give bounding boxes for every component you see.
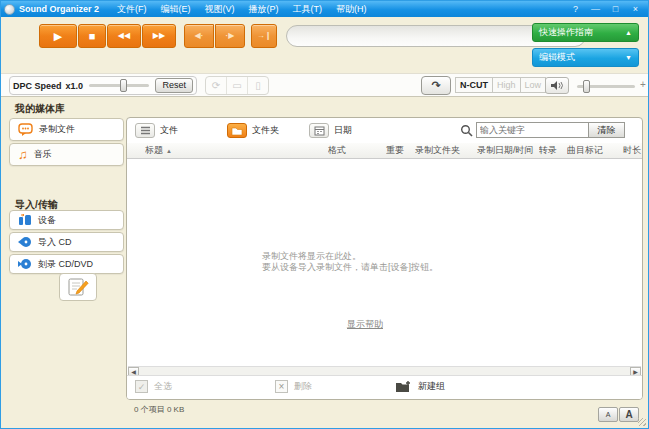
quick-guide-button[interactable]: 快速操作指南 ▲ [532, 23, 639, 42]
device-icon [18, 214, 32, 226]
noise-cut-group: N-CUT High Low [456, 77, 546, 93]
menubar: 文件(F) 编辑(E) 视图(V) 播放(P) 工具(T) 帮助(H) [117, 3, 367, 16]
speech-bubble-icon [18, 123, 33, 136]
edit-mode-button[interactable]: 编辑模式 ▼ [532, 48, 639, 67]
minimize-button[interactable]: — [589, 4, 602, 15]
tab-files[interactable]: 文件 [135, 122, 178, 139]
jump-play-button[interactable]: →❙ [251, 24, 277, 48]
font-size-large-button[interactable]: A [619, 407, 639, 422]
item-count-status: 0 个项目 0 KB [134, 404, 184, 415]
menu-tools[interactable]: 工具(T) [293, 3, 323, 16]
column-format[interactable]: 格式 [328, 143, 386, 158]
library-section-header: 我的媒体库 [15, 102, 65, 116]
column-recording-folder[interactable]: 录制文件夹 [415, 143, 477, 158]
empty-line-1: 录制文件将显示在此处。 [262, 251, 438, 262]
menu-edit[interactable]: 编辑(E) [161, 3, 191, 16]
checkbox-icon: ✓ [135, 380, 148, 393]
music-note-icon: ♫ [18, 150, 28, 160]
column-length[interactable]: 时长 [623, 143, 642, 158]
sidebar-item-recordings[interactable]: 录制文件 [9, 118, 124, 141]
fast-forward-icon: ·▶ [226, 31, 235, 40]
menu-help[interactable]: 帮助(H) [336, 3, 367, 16]
select-all-button[interactable]: ✓ 全选 [135, 380, 172, 393]
titlebar: Sound Organizer 2 文件(F) 编辑(E) 视图(V) 播放(P… [1, 1, 648, 17]
tab-folders[interactable]: 文件夹 [227, 122, 279, 139]
sidebar-item-label: 设备 [38, 214, 56, 227]
notepad-pencil-icon [67, 276, 89, 298]
select-all-label: 全选 [154, 380, 172, 393]
list-view-icon [135, 123, 155, 138]
menu-play[interactable]: 播放(P) [249, 3, 279, 16]
maximize-button[interactable]: □ [609, 4, 622, 15]
ncut-label: N-CUT [455, 77, 493, 93]
column-important[interactable]: 重要 [386, 143, 415, 158]
search-input[interactable] [476, 122, 588, 138]
font-size-small-button[interactable]: A [598, 407, 618, 422]
next-icon: ▶▶ [153, 31, 165, 40]
memo-button[interactable] [59, 273, 97, 301]
app-logo-icon [4, 4, 15, 15]
column-title[interactable]: 标题▲ [145, 143, 328, 158]
easy-search-button[interactable]: ↷ [421, 76, 451, 95]
previous-file-button[interactable]: ◀◀ [107, 24, 141, 48]
tab-date[interactable]: 日期 [309, 122, 352, 139]
tab-label: 文件 [160, 124, 178, 137]
dpc-speed-slider[interactable] [89, 84, 149, 87]
table-header: 标题▲ 格式 重要 录制文件夹 录制日期/时间 转录 曲目标记 时长 [127, 143, 642, 159]
sidebar-item-import-cd[interactable]: 导入 CD [9, 232, 124, 252]
new-folder-icon [395, 380, 412, 393]
cd-import-icon [18, 236, 32, 248]
resize-grip[interactable] [638, 418, 646, 426]
quick-guide-label: 快速操作指南 [539, 24, 625, 41]
close-button[interactable]: × [629, 4, 642, 15]
sidebar-item-device[interactable]: 设备 [9, 210, 124, 230]
file-list-panel: 文件 文件夹 日期 清除 标题▲ 格式 [126, 117, 643, 400]
sidebar-item-label: 刻录 CD/DVD [38, 258, 93, 271]
app-window: Sound Organizer 2 文件(F) 编辑(E) 视图(V) 播放(P… [0, 0, 649, 429]
ncut-high-button[interactable]: High [492, 77, 521, 93]
delete-x-icon: × [275, 380, 288, 393]
volume-slider-thumb[interactable] [583, 80, 590, 93]
search-area: 清除 [460, 122, 625, 138]
stop-button[interactable]: ■ [78, 24, 106, 48]
marker-icon[interactable]: ▯ [248, 77, 268, 94]
dpc-slider-thumb[interactable] [120, 79, 127, 92]
column-recording-datetime[interactable]: 录制日期/时间 [477, 143, 539, 158]
mute-button[interactable] [545, 77, 569, 94]
ncut-low-button[interactable]: Low [520, 77, 547, 93]
delete-button[interactable]: × 删除 [275, 380, 312, 393]
column-transcribe[interactable]: 转录 [539, 143, 567, 158]
play-button[interactable]: ▶ [39, 24, 77, 48]
dpc-reset-button[interactable]: Reset [155, 78, 193, 93]
sidebar-item-label: 导入 CD [38, 236, 72, 249]
help-button[interactable]: ? [569, 4, 582, 15]
show-help-link[interactable]: 显示帮助 [347, 318, 383, 331]
rewind-button[interactable]: ◀· [184, 24, 214, 48]
fast-forward-button[interactable]: ·▶ [215, 24, 245, 48]
curved-arrow-icon: ↷ [431, 79, 440, 91]
dpc-speed-group: DPC Speed x1.0 Reset [9, 76, 197, 95]
menu-view[interactable]: 视图(V) [205, 3, 235, 16]
dpc-speed-label: DPC Speed [13, 81, 62, 91]
rewind-icon: ◀· [195, 31, 204, 40]
repeat-icon[interactable]: ⟳ [206, 77, 227, 94]
stop-icon: ■ [89, 30, 96, 42]
new-group-button[interactable]: 新建组 [395, 380, 445, 393]
list-action-bar: ✓ 全选 × 删除 新建组 [127, 375, 642, 399]
sidebar-item-music[interactable]: ♫ 音乐 [9, 143, 124, 166]
menu-file[interactable]: 文件(F) [117, 3, 147, 16]
jump-play-icon: →❙ [257, 31, 272, 40]
sort-ascending-icon: ▲ [166, 148, 172, 154]
cd-burn-icon [18, 258, 32, 270]
volume-slider[interactable] [577, 85, 635, 88]
previous-icon: ◀◀ [118, 31, 130, 40]
clear-search-button[interactable]: 清除 [588, 122, 625, 138]
dpc-speed-value: x1.0 [66, 81, 84, 91]
edit-mode-label: 编辑模式 [539, 49, 625, 66]
search-icon [460, 124, 473, 137]
window-title: Sound Organizer 2 [19, 4, 99, 14]
sidebar-item-burn-cd[interactable]: 刻录 CD/DVD [9, 254, 124, 274]
next-file-button[interactable]: ▶▶ [142, 24, 176, 48]
ab-repeat-icon[interactable]: ▭ [227, 77, 248, 94]
column-track-marks[interactable]: 曲目标记 [567, 143, 623, 158]
